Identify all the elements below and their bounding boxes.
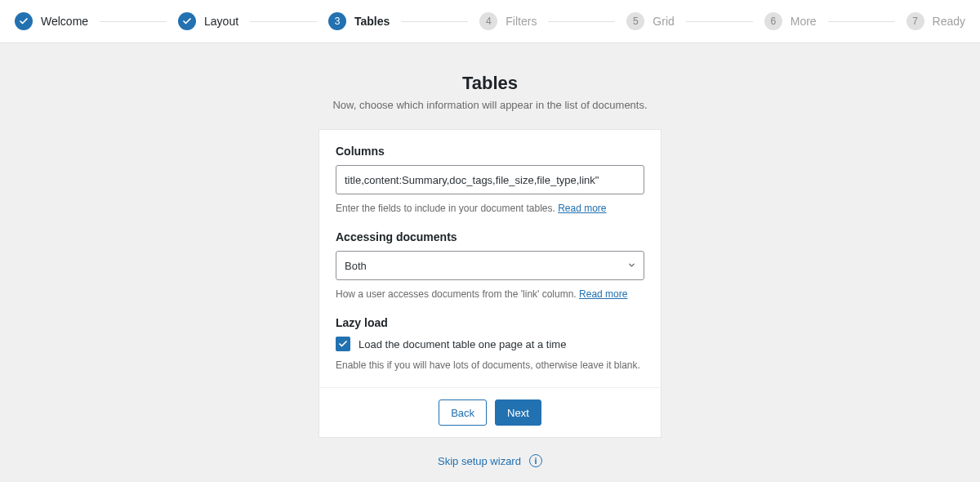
- access-field-group: Accessing documents Both How a user acce…: [336, 230, 644, 300]
- next-button[interactable]: Next: [495, 399, 541, 426]
- step-label: Layout: [204, 15, 238, 28]
- step-label: Ready: [933, 15, 965, 28]
- settings-card: Columns Enter the fields to include in y…: [318, 129, 662, 438]
- step-more[interactable]: 6 More: [764, 12, 817, 30]
- lazy-checkbox-label: Load the document table one page at a ti…: [359, 338, 566, 350]
- step-layout[interactable]: Layout: [178, 12, 238, 30]
- stepper-separator: [548, 21, 615, 22]
- step-label: More: [791, 15, 817, 28]
- page-subtitle: Now, choose which information will appea…: [332, 99, 647, 111]
- stepper-separator: [828, 21, 895, 22]
- step-tables[interactable]: 3 Tables: [328, 12, 390, 30]
- columns-input[interactable]: [336, 165, 644, 194]
- columns-field-group: Columns Enter the fields to include in y…: [336, 145, 644, 214]
- lazy-field-group: Lazy load Load the document table one pa…: [336, 316, 644, 371]
- stepper-separator: [250, 21, 317, 22]
- access-select[interactable]: Both: [336, 251, 644, 280]
- columns-read-more-link[interactable]: Read more: [558, 203, 606, 214]
- columns-label: Columns: [336, 145, 644, 158]
- lazy-label: Lazy load: [336, 316, 644, 329]
- wizard-stepper: Welcome Layout 3 Tables 4 Filters 5 Grid…: [0, 0, 980, 43]
- step-grid[interactable]: 5 Grid: [626, 12, 674, 30]
- step-number-badge: 6: [764, 12, 782, 30]
- check-icon: [178, 12, 196, 30]
- step-label: Welcome: [41, 15, 88, 28]
- lazy-hint: Enable this if you will have lots of doc…: [336, 359, 644, 371]
- check-icon: [338, 339, 348, 349]
- access-hint: How a user accesses documents from the '…: [336, 288, 644, 300]
- main-content: Tables Now, choose which information wil…: [0, 43, 980, 467]
- card-footer: Back Next: [319, 387, 661, 437]
- step-welcome[interactable]: Welcome: [15, 12, 88, 30]
- stepper-separator: [401, 21, 468, 22]
- stepper-separator: [686, 21, 753, 22]
- access-label: Accessing documents: [336, 230, 644, 243]
- step-label: Grid: [653, 15, 674, 28]
- step-number-badge: 3: [328, 12, 346, 30]
- access-read-more-link[interactable]: Read more: [579, 288, 627, 300]
- step-number-badge: 5: [626, 12, 644, 30]
- check-icon: [15, 12, 33, 30]
- step-ready[interactable]: 7 Ready: [906, 12, 965, 30]
- step-label: Filters: [506, 15, 537, 28]
- step-number-badge: 4: [479, 12, 497, 30]
- skip-wizard-link[interactable]: Skip setup wizard: [438, 455, 521, 467]
- back-button[interactable]: Back: [439, 399, 487, 426]
- lazy-load-checkbox[interactable]: [336, 337, 350, 351]
- columns-hint: Enter the fields to include in your docu…: [336, 203, 644, 214]
- step-label: Tables: [354, 15, 390, 28]
- skip-row: Skip setup wizard i: [438, 454, 542, 467]
- step-filters[interactable]: 4 Filters: [479, 12, 537, 30]
- step-number-badge: 7: [906, 12, 924, 30]
- page-title: Tables: [462, 73, 518, 94]
- stepper-separator: [100, 21, 167, 22]
- info-icon[interactable]: i: [529, 454, 542, 467]
